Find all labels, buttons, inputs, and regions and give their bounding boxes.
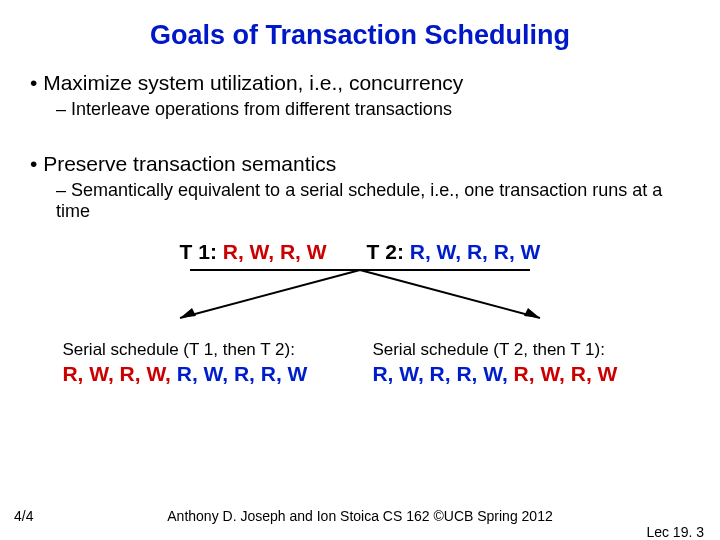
svg-marker-1 [180,308,196,318]
schedule-left: Serial schedule (T 1, then T 2): R, W, R… [62,340,347,386]
schedule-left-seq: R, W, R, W, R, W, R, R, W [62,362,347,386]
schedule-right: Serial schedule (T 2, then T 1): R, W, R… [372,340,657,386]
t1-label: T 1: [180,240,217,263]
t2-label: T 2: [367,240,404,263]
t2-ops: R, W, R, R, W [404,240,541,263]
bullet-2: • Preserve transaction semantics [30,152,690,176]
bullet-2-sub: – Semantically equivalent to a serial sc… [56,180,690,222]
schedule-left-label: Serial schedule (T 1, then T 2): [62,340,347,360]
schedule-left-red: R, W, R, W, [62,362,176,385]
txn-t1: T 1: R, W, R, W [180,240,327,264]
svg-marker-3 [524,308,540,318]
schedule-right-red: R, W, R, W [514,362,618,385]
schedule-right-seq: R, W, R, R, W, R, W, R, W [372,362,657,386]
footer-date: 4/4 [14,508,33,524]
txn-t2: T 2: R, W, R, R, W [367,240,541,264]
arrow-diagram [80,264,640,334]
t1-ops: R, W, R, W [217,240,327,263]
schedule-right-blue: R, W, R, R, W, [372,362,513,385]
slide-content: • Maximize system utilization, i.e., con… [0,71,720,386]
schedule-left-blue: R, W, R, R, W [177,362,308,385]
footer-lecture: Lec 19. 3 [646,524,704,540]
bullet-1: • Maximize system utilization, i.e., con… [30,71,690,95]
schedule-right-label: Serial schedule (T 2, then T 1): [372,340,657,360]
svg-line-2 [360,270,540,318]
slide-title: Goals of Transaction Scheduling [0,0,720,71]
schedules-row: Serial schedule (T 1, then T 2): R, W, R… [30,340,690,386]
slide-footer: 4/4 Anthony D. Joseph and Ion Stoica CS … [0,508,720,524]
transaction-row: T 1: R, W, R, W T 2: R, W, R, R, W [30,240,690,264]
footer-center: Anthony D. Joseph and Ion Stoica CS 162 … [0,508,720,524]
svg-line-0 [180,270,360,318]
bullet-1-sub: – Interleave operations from different t… [56,99,690,120]
